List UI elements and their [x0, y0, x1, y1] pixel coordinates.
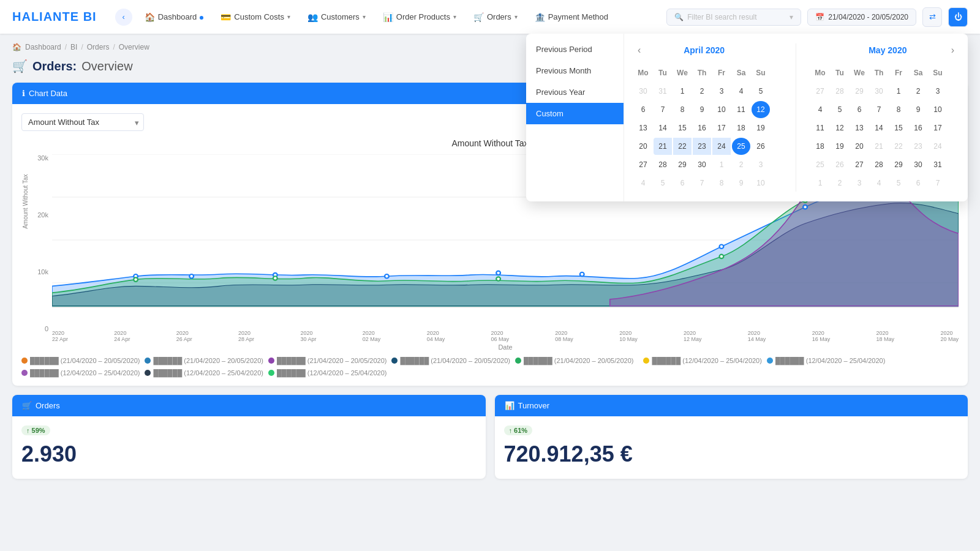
cal-may-day[interactable]: 4	[811, 101, 829, 118]
cal-day-selected-12[interactable]: 12	[752, 101, 770, 118]
cal-day[interactable]: 13	[634, 119, 652, 137]
cal-day-range[interactable]: 23	[693, 138, 711, 155]
cal-day[interactable]: 11	[732, 101, 750, 118]
cal-day[interactable]: 6	[673, 174, 692, 192]
cal-day-range[interactable]: 22	[673, 138, 692, 155]
cal-day[interactable]: 9	[732, 174, 750, 192]
cal-day[interactable]: 8	[673, 101, 692, 118]
cal-may-day[interactable]: 14	[870, 119, 888, 137]
breadcrumb-dashboard[interactable]: Dashboard	[25, 43, 61, 51]
cal-may-day[interactable]: 5	[831, 101, 849, 118]
cal-day[interactable]: 5	[654, 174, 672, 192]
power-button[interactable]: ⏻	[948, 7, 968, 27]
cal-day[interactable]: 8	[712, 174, 731, 192]
cal-may-day[interactable]: 31	[929, 156, 947, 173]
cal-may-day[interactable]: 2	[909, 83, 927, 100]
cal-day[interactable]: 3	[752, 156, 770, 173]
cal-day[interactable]: 16	[693, 119, 711, 137]
calendar-next-button[interactable]: ›	[948, 43, 958, 57]
cal-day[interactable]: 18	[732, 119, 750, 137]
cal-may-day[interactable]: 1	[889, 83, 908, 100]
cal-may-day[interactable]: 27	[850, 156, 869, 173]
cal-may-day-dimmed[interactable]: 26	[831, 156, 849, 173]
cal-may-day[interactable]: 7	[870, 101, 888, 118]
cal-may-day[interactable]: 28	[870, 156, 888, 173]
cal-may-day[interactable]: 29	[889, 156, 908, 173]
cal-may-day[interactable]: 6	[850, 101, 869, 118]
cal-may-day[interactable]: 13	[850, 119, 869, 137]
cal-day[interactable]: 30	[693, 156, 711, 173]
cal-may-day[interactable]: 11	[811, 119, 829, 137]
cal-day-range[interactable]: 24	[712, 138, 731, 155]
cal-day[interactable]: 4	[732, 83, 750, 100]
cal-may-day[interactable]: 27	[811, 83, 829, 100]
cal-day[interactable]: 19	[752, 119, 770, 137]
cal-day-selected-25[interactable]: 25	[732, 138, 750, 155]
cal-may-day-dimmed[interactable]: 23	[909, 138, 927, 155]
cal-day[interactable]: 20	[634, 138, 652, 155]
cal-day[interactable]: 31	[654, 83, 672, 100]
cal-day[interactable]: 2	[693, 83, 711, 100]
cal-may-day[interactable]: 1	[811, 174, 829, 192]
cal-may-day[interactable]: 30	[870, 83, 888, 100]
cal-day[interactable]: 2	[732, 156, 750, 173]
cal-day[interactable]: 10	[752, 174, 770, 192]
cal-day[interactable]: 27	[634, 156, 652, 173]
cal-may-day-dimmed[interactable]: 22	[889, 138, 908, 155]
cal-day[interactable]: 1	[712, 156, 731, 173]
cal-may-day[interactable]: 6	[909, 174, 927, 192]
nav-item-order-products[interactable]: 📊 Order Products ▾	[375, 9, 464, 26]
cal-day[interactable]: 3	[712, 83, 731, 100]
cal-day[interactable]: 1	[673, 83, 692, 100]
dropdown-option-previous-period[interactable]: Previous Period	[526, 39, 624, 60]
date-range-button[interactable]: 📅 21/04/2020 - 20/05/2020	[807, 9, 916, 26]
dropdown-option-previous-year[interactable]: Previous Year	[526, 81, 624, 103]
cal-may-day[interactable]: 16	[909, 119, 927, 137]
cal-may-day[interactable]: 20	[850, 138, 869, 155]
breadcrumb-orders[interactable]: Orders	[87, 43, 110, 51]
cal-may-day-dimmed[interactable]: 21	[870, 138, 888, 155]
cal-day[interactable]: 14	[654, 119, 672, 137]
cal-may-day[interactable]: 9	[909, 101, 927, 118]
cal-may-day[interactable]: 15	[889, 119, 908, 137]
cal-may-day[interactable]: 10	[929, 101, 947, 118]
cal-may-day-dimmed[interactable]: 24	[929, 138, 947, 155]
cal-day[interactable]: 7	[654, 101, 672, 118]
nav-item-payment-method[interactable]: 🏦 Payment Method	[527, 9, 616, 26]
cal-may-day[interactable]: 5	[889, 174, 908, 192]
nav-item-customers[interactable]: 👥 Customers ▾	[300, 9, 373, 26]
cal-day[interactable]: 5	[752, 83, 770, 100]
cal-day[interactable]: 7	[693, 174, 711, 192]
cal-day[interactable]: 10	[712, 101, 731, 118]
cal-day[interactable]: 15	[673, 119, 692, 137]
cal-day[interactable]: 9	[693, 101, 711, 118]
nav-item-dashboard[interactable]: 🏠 Dashboard	[137, 9, 211, 26]
nav-item-custom-costs[interactable]: 💳 Custom Costs ▾	[213, 9, 298, 26]
cal-day[interactable]: 6	[634, 101, 652, 118]
cal-may-day-dimmed[interactable]: 25	[811, 156, 829, 173]
cal-may-day[interactable]: 3	[850, 174, 869, 192]
cal-day[interactable]: 28	[654, 156, 672, 173]
cal-may-day[interactable]: 29	[850, 83, 869, 100]
cal-may-day[interactable]: 28	[831, 83, 849, 100]
cal-day[interactable]: 30	[634, 83, 652, 100]
dropdown-option-custom[interactable]: Custom	[526, 103, 624, 124]
cal-day[interactable]: 4	[634, 174, 652, 192]
cal-may-day[interactable]: 2	[831, 174, 849, 192]
cal-may-day[interactable]: 8	[889, 101, 908, 118]
filter-button[interactable]: ⇄	[922, 7, 942, 27]
cal-may-day[interactable]: 19	[831, 138, 849, 155]
cal-day[interactable]: 29	[673, 156, 692, 173]
search-box[interactable]: 🔍 Filter BI search result ▾	[666, 9, 801, 26]
cal-may-day[interactable]: 12	[831, 119, 849, 137]
metric-select[interactable]: Amount Without Tax	[21, 113, 144, 131]
nav-item-orders[interactable]: 🛒 Orders ▾	[466, 9, 525, 26]
cal-may-day[interactable]: 7	[929, 174, 947, 192]
nav-back-button[interactable]: ‹	[115, 9, 132, 26]
calendar-prev-button[interactable]: ‹	[634, 43, 644, 57]
cal-may-day[interactable]: 30	[909, 156, 927, 173]
cal-day-range-start[interactable]: 21	[654, 138, 672, 155]
cal-may-day[interactable]: 4	[870, 174, 888, 192]
cal-day[interactable]: 17	[712, 119, 731, 137]
cal-may-day[interactable]: 17	[929, 119, 947, 137]
